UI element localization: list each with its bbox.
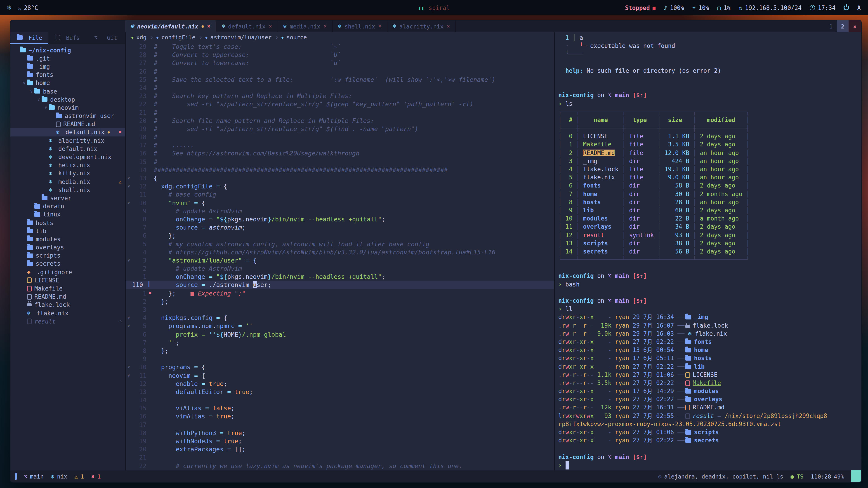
code-line[interactable]: 110 ▎ source = ./astronvim_user; <box>126 281 554 289</box>
tree-item[interactable]: ❄ default.nix ● ✖ <box>10 128 125 136</box>
code-line[interactable]: 26 # <box>126 67 554 75</box>
tree-item[interactable]: README.md <box>10 293 125 301</box>
breadcrumb-item[interactable]: › ◆ configFile <box>150 34 195 41</box>
media-widget[interactable]: ▮▮ spiral <box>418 4 450 11</box>
fold-icon[interactable] <box>126 462 132 470</box>
git-branch[interactable]: ⌥ main <box>24 473 43 480</box>
code-line[interactable]: 9 <box>126 355 554 363</box>
code-line[interactable]: 7 ''; <box>126 338 554 347</box>
code-line[interactable]: ∨ 4 nixpkgs.config = { <box>126 314 554 322</box>
code-line[interactable]: 11 # base config <box>126 191 554 199</box>
code-line[interactable]: 13 defaultEditor = true; <box>126 388 554 396</box>
close-buffer-icon[interactable]: × <box>378 23 381 29</box>
fold-icon[interactable] <box>126 379 132 387</box>
fold-icon[interactable] <box>126 232 132 240</box>
tree-item[interactable]: Makefile <box>10 285 125 293</box>
code-line[interactable]: 23 # Search key pattern and Replace in M… <box>126 92 554 100</box>
fold-icon[interactable]: ∨ <box>126 322 132 330</box>
code-line[interactable]: 24 # <box>126 84 554 92</box>
clock-widget[interactable]: 17:34 <box>810 4 835 11</box>
fold-icon[interactable] <box>126 223 132 231</box>
code-line[interactable]: 19 withNodeJs = true; <box>126 437 554 445</box>
tree-item[interactable]: linux <box>10 210 125 219</box>
tree-item[interactable]: ❄ media.nix ⚠ <box>10 177 125 186</box>
expander-icon[interactable]: ∨ <box>36 97 41 102</box>
code-line[interactable]: 20 # Search file name pattern and Replac… <box>126 116 554 125</box>
code-line[interactable]: ∨ 10 programs = { <box>126 363 554 371</box>
breadcrumb-item[interactable]: › ◆ source <box>275 34 307 41</box>
tree-item[interactable]: server <box>10 194 125 202</box>
breadcrumb-item[interactable]: › ◆ astronvim/lua/user <box>199 34 272 41</box>
fold-icon[interactable] <box>126 59 132 67</box>
code-line[interactable]: 15 viAlias = false; <box>126 404 554 412</box>
fold-icon[interactable] <box>126 281 132 289</box>
code-line[interactable]: 6 }; <box>126 232 554 240</box>
explorer-source-tab[interactable]: ⌥ Git <box>87 32 125 44</box>
tree-item[interactable]: scripts <box>10 252 125 260</box>
fold-icon[interactable] <box>126 51 132 59</box>
buffer-tab[interactable]: ❄ shell.nix × <box>333 20 388 32</box>
code-line[interactable]: 22 # sed -ri "s/pattern_str/replace_str/… <box>126 100 554 108</box>
explorer-source-tab[interactable]: Bufs <box>49 32 87 44</box>
tree-item[interactable]: ∨ home <box>10 79 125 87</box>
fold-icon[interactable] <box>126 75 132 84</box>
code-line[interactable]: 17 # ...... <box>126 141 554 149</box>
tree-item[interactable]: ∨ base <box>10 87 125 95</box>
code-line[interactable]: 25 # Save the selected text to a file: `… <box>126 75 554 84</box>
fold-icon[interactable] <box>126 273 132 281</box>
fold-icon[interactable] <box>126 338 132 347</box>
code-line[interactable]: 7 source = astronvim; <box>126 223 554 231</box>
network-widget[interactable]: ⇅ 192.168.5.100/24 <box>739 4 802 11</box>
power-icon[interactable] <box>844 5 849 10</box>
fold-icon[interactable] <box>126 347 132 355</box>
close-buffer-icon[interactable]: × <box>447 23 450 29</box>
fold-icon[interactable] <box>126 125 132 133</box>
code-line[interactable]: ∨ 13 { <box>126 174 554 182</box>
tree-item[interactable]: astronvim_user <box>10 112 125 120</box>
fold-icon[interactable] <box>126 297 132 305</box>
code-line[interactable]: ∨ 10 "nvim" = { <box>126 199 554 207</box>
code-line[interactable]: 22 # currently we use lazy.nvim as neovi… <box>126 462 554 470</box>
tree-item[interactable]: lib <box>10 227 125 235</box>
fold-icon[interactable] <box>126 84 132 92</box>
fold-icon[interactable]: ∨ <box>126 182 132 190</box>
close-tab-icon[interactable]: × <box>848 20 861 32</box>
fold-icon[interactable] <box>126 437 132 445</box>
fold-icon[interactable] <box>126 355 132 363</box>
code-line[interactable]: 21 # <box>126 108 554 116</box>
code-line[interactable]: 16 # See https://astronvim.com/Basic%20U… <box>126 149 554 158</box>
code-line[interactable]: 3 <box>126 305 554 314</box>
fold-icon[interactable] <box>126 133 132 141</box>
fold-icon[interactable] <box>126 116 132 125</box>
tree-item[interactable]: ❄ helix.nix <box>10 161 125 169</box>
fold-icon[interactable] <box>126 305 132 314</box>
fold-icon[interactable] <box>126 404 132 412</box>
tree-item[interactable]: ❄ flake.nix <box>10 309 125 317</box>
code-line[interactable]: 8 onChange = "${pkgs.neovim}/bin/nvim --… <box>126 215 554 223</box>
diagnostic-errors[interactable]: ✖ 1 <box>91 473 101 480</box>
code-line[interactable]: 19 # sed -ri "s/pattern_str/replace_str/… <box>126 125 554 133</box>
tree-item[interactable]: flake.lock <box>10 301 125 309</box>
scrollbar-indicator[interactable] <box>851 470 861 482</box>
brightness-widget[interactable]: ☀ 10% <box>692 4 709 11</box>
fold-icon[interactable] <box>126 248 132 256</box>
fold-icon[interactable] <box>126 429 132 437</box>
code-line[interactable]: ∨ 3 "astronvim/lua/user" = { <box>126 256 554 264</box>
buffer-tab[interactable]: ❄ media.nix × <box>278 20 333 32</box>
code-line[interactable]: ∨ 5 programs.npm.npmrc = '' <box>126 322 554 330</box>
nixos-logo-icon[interactable]: ❄ <box>7 4 11 12</box>
code-line[interactable]: 6 prefix = ''${HOME}/.npm-global <box>126 330 554 338</box>
tabpage[interactable]: 1 <box>825 20 837 32</box>
breadcrumb-item[interactable]: ◆ xdg <box>131 34 147 41</box>
tree-item[interactable]: README.md <box>10 120 125 128</box>
fold-icon[interactable] <box>126 396 132 404</box>
close-buffer-icon[interactable]: × <box>269 23 272 29</box>
buffer-tab[interactable]: ❄ default.nix × <box>216 20 278 32</box>
fold-icon[interactable] <box>126 67 132 75</box>
code-line[interactable]: 1 onChange = "${pkgs.neovim}/bin/nvim --… <box>126 273 554 281</box>
tree-item[interactable]: fonts <box>10 71 125 79</box>
fold-icon[interactable] <box>126 149 132 158</box>
fold-icon[interactable] <box>126 330 132 338</box>
fold-icon[interactable] <box>126 141 132 149</box>
tree-item[interactable]: secrets <box>10 260 125 268</box>
